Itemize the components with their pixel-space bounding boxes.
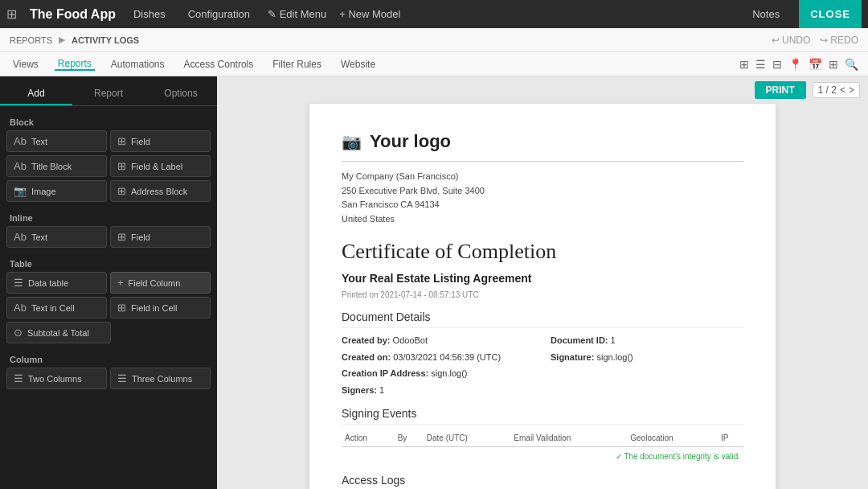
undo-redo-group: ↩ UNDO ↪ REDO [772,35,858,46]
doc-printed: Printed on 2021-07-14 - 08:57:13 UTC [342,289,743,301]
grid-icon-2[interactable]: ⊞ [829,58,838,71]
integrity-message: ✓ The document's integrity is valid. [616,452,740,461]
address-block-icon: ⊞ [117,185,126,197]
table-item-datatable[interactable]: ☰ Data table [6,272,107,294]
inline-item-text[interactable]: Ab Text [6,226,107,248]
sec-nav-views[interactable]: Views [10,59,42,70]
doc-signature: Signature: sign.log() [551,351,743,364]
signing-col-by: By [395,429,424,447]
title-block-label: Title Block [31,162,72,171]
field-label-label: Field & Label [131,162,182,171]
access-logs-title: Access Logs [342,472,743,489]
inline-text-icon: Ab [14,231,27,243]
image-block-icon: 📷 [14,185,27,197]
doc-created-on: Created on: 03/03/2021 04:56:39 (UTC) [342,351,534,364]
breadcrumb-parent[interactable]: REPORTS [10,35,52,45]
column-item-two[interactable]: ☰ Two Columns [6,368,107,389]
page-nav: 1 / 2 < > [813,82,860,98]
field-block-label: Field [131,137,150,146]
subtotal-label: Subtotal & Total [27,328,89,338]
inline-field-icon: ⊞ [117,231,126,243]
new-model-button[interactable]: + New Model [339,8,400,20]
section-table-header: Table [0,254,217,272]
table-item-field-cell[interactable]: ⊞ Field in Cell [110,297,211,318]
edit-menu-button[interactable]: ✎ Edit Menu [268,8,326,20]
sec-nav-website[interactable]: Website [338,59,379,70]
signing-col-email: Email Validation [510,429,627,447]
print-bar: PRINT 1 / 2 < > [217,76,868,104]
block-item-address[interactable]: ⊞ Address Block [110,180,211,202]
secondary-nav: Views Reports Automations Access Control… [0,52,868,76]
block-item-image[interactable]: 📷 Image [6,180,107,202]
print-button[interactable]: PRINT [755,81,806,99]
doc-created-by: Created by: OdooBot [342,334,534,347]
text-block-icon: Ab [14,135,27,147]
company-line-1: My Company (San Francisco) [342,170,743,184]
next-page-button[interactable]: > [849,84,854,96]
logo-divider [342,161,743,162]
company-line-4: United States [342,212,743,227]
signing-col-geo: Geolocation [627,429,718,447]
table-item-field-column[interactable]: + Field Column [110,272,211,294]
close-button[interactable]: CLOSE [799,0,862,28]
field-block-icon: ⊞ [117,135,126,147]
sec-nav-reports[interactable]: Reports [55,58,95,71]
datatable-icon: ☰ [14,277,23,289]
doc-main-title: Certificate of Completion [342,236,743,267]
company-address: My Company (San Francisco) 250 Executive… [342,170,743,226]
three-columns-icon: ☰ [117,372,127,384]
sidebar-tab-options[interactable]: Options [145,83,217,105]
view-icon-1[interactable]: ⊞ [739,58,749,71]
doc-logo-row: 📷 Your logo [342,128,743,154]
subtotal-icon: ⊙ [14,327,23,339]
view-icon-3[interactable]: ⊟ [772,58,782,71]
grid-icon[interactable]: ⊞ [6,6,17,22]
breadcrumb-current: ACTIVITY LOGS [72,35,139,45]
doc-document-id: Document ID: 1 [551,334,743,347]
notes-button[interactable]: Notes [746,5,786,23]
redo-button[interactable]: ↪ REDO [820,35,858,46]
text-cell-label: Text in Cell [31,303,75,313]
doc-subtitle: Your Real Estate Listing Agreement [342,270,743,287]
field-label-icon: ⊞ [117,160,126,172]
signing-events-title: Signing Events [342,405,743,425]
view-icon-2[interactable]: ☰ [755,58,766,71]
nav-dishes[interactable]: Dishes [129,8,170,20]
block-grid: Ab Text ⊞ Field Ab Title Block ⊞ Field &… [0,130,217,208]
calendar-icon[interactable]: 📅 [809,58,822,71]
three-columns-label: Three Columns [132,374,192,384]
block-item-text[interactable]: Ab Text [6,130,107,152]
prev-page-button[interactable]: < [840,84,845,96]
section-column-header: Column [0,350,217,368]
signing-table: Action By Date (UTC) Email Validation Ge… [342,429,743,464]
inline-field-label: Field [131,232,150,242]
field-cell-label: Field in Cell [131,303,177,313]
sec-nav-automations[interactable]: Automations [108,59,168,70]
map-icon[interactable]: 📍 [788,58,802,71]
field-column-icon: + [117,277,124,289]
block-item-field[interactable]: ⊞ Field [110,130,211,152]
table-item-text-cell[interactable]: Ab Text in Cell [6,297,107,318]
column-item-three[interactable]: ☰ Three Columns [110,368,211,389]
search-icon[interactable]: 🔍 [845,58,858,71]
table-item-subtotal[interactable]: ⊙ Subtotal & Total [6,322,111,343]
signing-col-ip: IP [718,429,743,447]
field-column-label: Field Column [129,278,181,288]
block-item-field-label[interactable]: ⊞ Field & Label [110,155,211,177]
sidebar-tabs: Add Report Options [0,83,217,106]
section-inline-header: Inline [0,208,217,226]
block-item-title[interactable]: Ab Title Block [6,155,107,177]
sec-nav-filter-rules[interactable]: Filter Rules [269,59,325,70]
address-block-label: Address Block [131,187,187,196]
sec-nav-access-controls[interactable]: Access Controls [181,59,257,70]
text-block-label: Text [31,137,47,146]
sidebar-tab-add[interactable]: Add [0,83,72,105]
undo-button[interactable]: ↩ UNDO [772,35,810,46]
logo-text: Your logo [370,128,451,154]
left-sidebar: Add Report Options Block Ab Text ⊞ Field… [0,76,217,489]
doc-creation-ip: Creation IP Address: sign.log() [342,367,534,380]
document: 📷 Your logo My Company (San Francisco) 2… [309,104,776,489]
nav-configuration[interactable]: Configuration [183,8,255,20]
sidebar-tab-report[interactable]: Report [72,83,145,105]
inline-item-field[interactable]: ⊞ Field [110,226,211,248]
